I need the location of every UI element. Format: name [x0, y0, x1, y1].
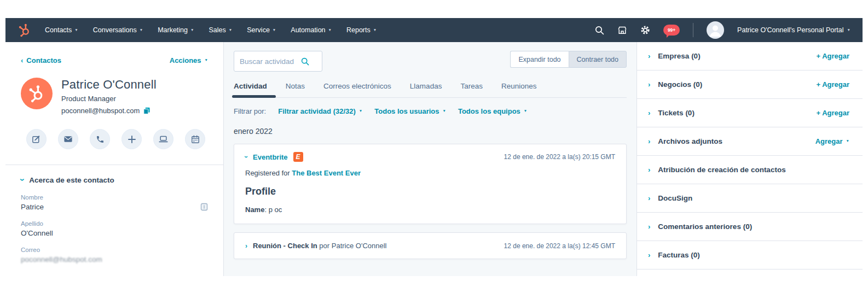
nav-item-conversations[interactable]: Conversations▼: [93, 26, 143, 34]
expand-chevron-icon[interactable]: ›: [648, 251, 650, 259]
chevron-down-icon: ›: [18, 178, 27, 181]
tab-reuniones[interactable]: Reuniones: [501, 82, 537, 97]
actions-dropdown[interactable]: Acciones ▼: [170, 56, 208, 65]
section-facturas: › Facturas (0): [637, 241, 863, 269]
filter-bar: Filtrar por: Filtrar actividad (32/32)▼ …: [234, 107, 627, 115]
user-avatar[interactable]: [707, 21, 724, 39]
activity-search-input[interactable]: [240, 57, 297, 66]
filter-users-dropdown[interactable]: Todos los usuarios▼: [374, 107, 446, 115]
expand-chevron-icon[interactable]: ›: [648, 166, 650, 174]
activity-timestamp: 12 de ene. de 2022 a la(s) 20:15 GMT: [504, 153, 615, 161]
contact-email: poconnell@hubspot.com: [61, 107, 140, 115]
settings-gear-icon[interactable]: [640, 25, 650, 35]
expand-chevron-icon[interactable]: ›: [245, 242, 247, 250]
email-button[interactable]: [58, 129, 78, 149]
section-docusign: › DocuSign: [637, 184, 863, 213]
chevron-down-icon: ▼: [74, 28, 78, 32]
marketplace-icon[interactable]: [617, 25, 627, 35]
top-navbar: Contacts▼ Conversations▼ Marketing▼ Sale…: [5, 18, 863, 42]
hubspot-logo-icon[interactable]: [18, 23, 32, 37]
associations-sidebar: › Empresa (0) + Agregar › Negocios (0) +…: [637, 42, 863, 276]
about-section-header[interactable]: › Acerca de este contacto: [21, 175, 208, 185]
expand-all-button[interactable]: Expandir todo: [510, 51, 568, 68]
activity-timestamp: 12 de ene. de 2022 a la(s) 12:45 GMT: [504, 242, 615, 250]
activity-title: Reunión - Check In: [253, 242, 317, 250]
chevron-down-icon: ▼: [328, 28, 332, 32]
section-atribucion: › Atribución de creación de contactos: [637, 156, 863, 184]
expand-chevron-icon[interactable]: ›: [648, 109, 650, 117]
contact-name: Patrice O'Connell: [61, 78, 157, 92]
add-ticket-button[interactable]: + Agregar: [816, 109, 849, 117]
property-field-nombre: Nombre Patrice: [21, 194, 208, 211]
schedule-calendar-button[interactable]: [185, 129, 205, 149]
add-deal-button[interactable]: + Agregar: [816, 80, 849, 89]
activity-card-reunion: › Reunión - Check In por Patrice O'Conne…: [234, 232, 627, 259]
search-icon[interactable]: [594, 25, 604, 35]
call-button[interactable]: [90, 129, 110, 149]
activity-section-heading: Profile: [245, 186, 615, 197]
activity-byline: por Patrice O'Connell: [319, 242, 386, 250]
section-comentarios: › Comentarios anteriores (0): [637, 213, 863, 241]
add-button[interactable]: [121, 129, 142, 149]
filter-activity-dropdown[interactable]: Filtrar actividad (32/32)▼: [278, 107, 362, 115]
expand-chevron-icon[interactable]: ›: [648, 222, 650, 231]
expand-chevron-icon[interactable]: ›: [648, 137, 650, 145]
nav-item-contacts[interactable]: Contacts▼: [45, 26, 78, 34]
back-to-contacts-link[interactable]: ‹ Contactos: [21, 56, 61, 65]
collapse-all-button[interactable]: Contraer todo: [569, 51, 627, 68]
chevron-down-icon: ▼: [359, 109, 362, 113]
activity-card-eventbrite: › Eventbrite E 12 de ene. de 2022 a la(s…: [234, 144, 627, 224]
account-menu[interactable]: Patrice O'Connell's Personal Portal ▼: [737, 26, 850, 34]
chevron-down-icon: ▼: [524, 109, 527, 113]
quick-actions: [26, 129, 208, 149]
expand-collapse-group: Expandir todo Contraer todo: [510, 51, 627, 68]
expand-chevron-icon[interactable]: ›: [648, 80, 650, 89]
chevron-down-icon: ▼: [373, 28, 377, 32]
notification-badge: 99+: [668, 27, 675, 33]
activity-feed: Expandir todo Contraer todo Actividad No…: [223, 42, 637, 276]
eventbrite-icon: E: [293, 152, 303, 162]
tab-tareas[interactable]: Tareas: [460, 82, 483, 97]
add-company-button[interactable]: + Agregar: [816, 52, 849, 60]
page-content: ‹ Contactos Acciones ▼: [5, 42, 863, 276]
nav-item-service[interactable]: Service▼: [247, 26, 276, 34]
section-empresa: › Empresa (0) + Agregar: [637, 42, 863, 71]
expand-chevron-icon[interactable]: ›: [648, 52, 650, 60]
nav-item-automation[interactable]: Automation▼: [291, 26, 332, 34]
collapse-chevron-icon[interactable]: ›: [242, 156, 250, 158]
activity-tabs: Actividad Notas Correos electrónicos Lla…: [234, 82, 627, 98]
nav-item-sales[interactable]: Sales▼: [209, 26, 232, 34]
nav-divider: [693, 23, 693, 37]
section-tickets: › Tickets (0) + Agregar: [637, 99, 863, 127]
notifications-bubble-icon[interactable]: 99+: [663, 25, 680, 36]
expand-chevron-icon[interactable]: ›: [648, 194, 650, 202]
nav-item-reports[interactable]: Reports▼: [346, 26, 377, 34]
hubspot-app: Contacts▼ Conversations▼ Marketing▼ Sale…: [5, 18, 863, 276]
property-history-icon[interactable]: [200, 203, 208, 211]
tab-correos[interactable]: Correos electrónicos: [323, 82, 391, 97]
activity-source-link[interactable]: Eventbrite: [253, 153, 288, 161]
section-divider: [5, 165, 223, 165]
activity-search-box: [234, 51, 322, 72]
search-icon[interactable]: [301, 57, 309, 66]
tab-llamadas[interactable]: Llamadas: [410, 82, 442, 97]
section-archivos: › Archivos adjuntos Agregar ▼: [637, 127, 863, 156]
contact-job-title: Product Manager: [61, 95, 157, 103]
chevron-down-icon: ▼: [229, 28, 232, 32]
copy-icon[interactable]: [143, 107, 151, 114]
nav-item-marketing[interactable]: Marketing▼: [158, 26, 194, 34]
add-attachment-dropdown[interactable]: Agregar ▼: [815, 137, 849, 145]
filter-teams-dropdown[interactable]: Todos los equipos▼: [458, 107, 527, 115]
chevron-left-icon: ‹: [21, 56, 23, 65]
contact-sidebar: ‹ Contactos Acciones ▼: [5, 42, 223, 276]
event-link[interactable]: The Best Event Ever: [292, 169, 361, 177]
chevron-down-icon: ▼: [273, 28, 276, 32]
chevron-down-icon: ▼: [140, 28, 143, 32]
chevron-down-icon: ▼: [205, 58, 208, 62]
section-negocios: › Negocios (0) + Agregar: [637, 71, 863, 99]
month-header: enero 2022: [234, 127, 627, 136]
tab-actividad[interactable]: Actividad: [234, 82, 267, 97]
tab-notas[interactable]: Notas: [286, 82, 305, 97]
note-button[interactable]: [26, 129, 47, 149]
meeting-laptop-button[interactable]: [153, 129, 173, 149]
